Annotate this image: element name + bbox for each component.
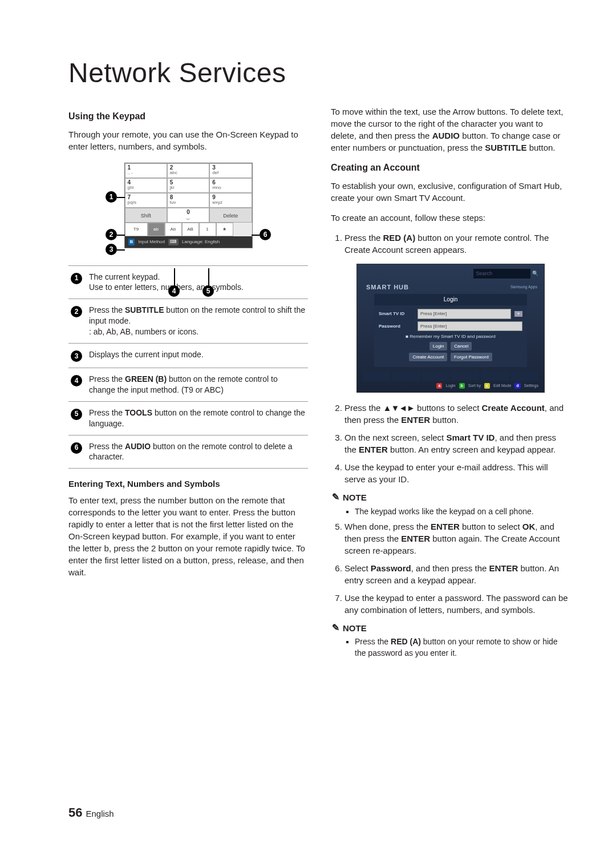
steps-list-cont2: When done, press the ENTER button to sel… bbox=[331, 521, 570, 616]
page-number: 56English bbox=[68, 805, 114, 820]
callout-1: 1 bbox=[106, 191, 117, 203]
right-column: To move within the text, use the Arrow b… bbox=[331, 106, 570, 663]
keypad-legend-table: 1 The current keypad.Use to enter letter… bbox=[68, 265, 308, 469]
callout-3: 3 bbox=[106, 244, 117, 255]
creating-account-heading: Creating an Account bbox=[331, 162, 570, 174]
entering-text-para: To enter text, press the number button o… bbox=[68, 494, 308, 578]
using-keypad-para: Through your remote, you can use the On-… bbox=[68, 128, 308, 152]
note-2-list: Press the RED (A) button on your remote … bbox=[331, 636, 570, 659]
step-3: On the next screen, select Smart TV ID, … bbox=[345, 431, 570, 455]
note-2-heading: ✎NOTE bbox=[332, 622, 570, 634]
move-text-para: To move within the text, use the Arrow b… bbox=[331, 106, 570, 154]
callout-2: 2 bbox=[106, 229, 117, 240]
note-icon: ✎ bbox=[332, 491, 339, 503]
step-2: Press the ▲▼◄► buttons to select Create … bbox=[345, 402, 570, 426]
keypad-diagram: 1., - 2abc 3def 4ghi 5jkl 6mno 7pqrs 8tu… bbox=[106, 163, 271, 248]
note-1-list: The keypad works like the keypad on a ce… bbox=[331, 506, 570, 518]
shift-key: Shift bbox=[125, 208, 167, 223]
entering-text-heading: Entering Text, Numbers and Symbols bbox=[68, 478, 308, 490]
step-1: Press the RED (A) button on your remote … bbox=[345, 232, 570, 256]
steps-list: Press the RED (A) button on your remote … bbox=[331, 232, 570, 256]
using-keypad-heading: Using the Keypad bbox=[68, 110, 308, 123]
page-title: Network Services bbox=[68, 57, 570, 88]
login-screenshot: Search 🔍 SMART HUB Samsung Apps Login Sm… bbox=[356, 264, 545, 393]
callout-6: 6 bbox=[260, 229, 271, 240]
step-7: Use the keypad to enter a password. The … bbox=[345, 592, 570, 616]
delete-key: Delete bbox=[209, 208, 252, 223]
step-4: Use the keypad to enter your e-mail addr… bbox=[345, 461, 570, 485]
step-5: When done, press the ENTER button to sel… bbox=[345, 521, 570, 556]
steps-list-cont: Press the ▲▼◄► buttons to select Create … bbox=[331, 402, 570, 485]
left-column: Using the Keypad Through your remote, yo… bbox=[68, 106, 308, 663]
note-icon: ✎ bbox=[332, 622, 339, 634]
creating-account-para2: To create an account, follow these steps… bbox=[331, 212, 570, 224]
step-6: Select Password, and then press the ENTE… bbox=[345, 562, 570, 586]
note-1-heading: ✎NOTE bbox=[332, 491, 570, 503]
creating-account-para1: To establish your own, exclusive, config… bbox=[331, 180, 570, 204]
